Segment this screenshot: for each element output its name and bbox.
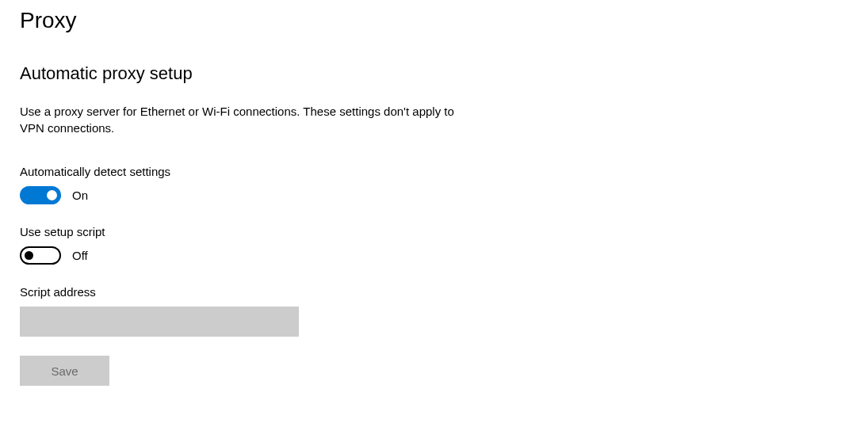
- setting-auto-detect: Automatically detect settings On: [20, 165, 848, 204]
- section-description: Use a proxy server for Ethernet or Wi-Fi…: [20, 103, 464, 136]
- setup-script-toggle[interactable]: [20, 246, 61, 265]
- toggle-knob-icon: [47, 190, 57, 200]
- auto-detect-state: On: [72, 189, 88, 202]
- toggle-knob-icon: [25, 251, 33, 260]
- auto-detect-toggle[interactable]: [20, 186, 61, 204]
- auto-detect-label: Automatically detect settings: [20, 165, 848, 178]
- setting-script-address: Script address: [20, 285, 848, 337]
- setup-script-label: Use setup script: [20, 225, 848, 238]
- setting-setup-script: Use setup script Off: [20, 225, 848, 265]
- script-address-input[interactable]: [20, 307, 299, 337]
- page-title: Proxy: [20, 8, 848, 33]
- section-title: Automatic proxy setup: [20, 63, 848, 84]
- script-address-label: Script address: [20, 285, 848, 299]
- setup-script-state: Off: [72, 249, 88, 262]
- save-button[interactable]: Save: [20, 356, 109, 386]
